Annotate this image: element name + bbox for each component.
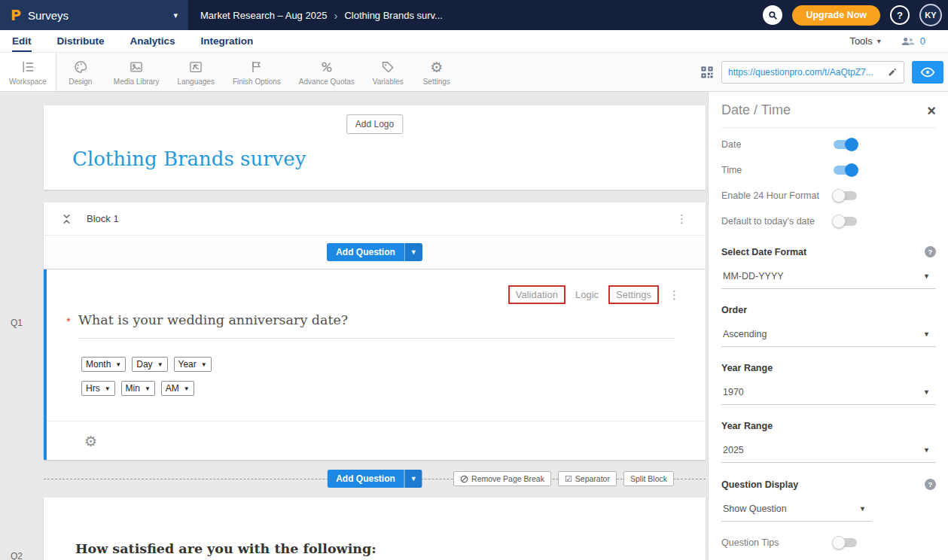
tab-integration[interactable]: Integration: [201, 30, 254, 52]
chevron-down-icon: ▼: [201, 361, 207, 368]
year-select-value: Year: [178, 359, 197, 370]
chevron-down-icon: ▾: [173, 11, 178, 20]
surveys-product-switcher[interactable]: P Surveys ▾: [0, 0, 188, 30]
chevron-down-icon: ▼: [184, 385, 190, 392]
tab-edit[interactable]: Edit: [12, 30, 32, 52]
time-toggle[interactable]: [834, 166, 857, 175]
default-today-toggle-row: Default to today's date: [721, 212, 936, 230]
year-select[interactable]: Year▼: [174, 357, 212, 372]
toolbar-item-media-library[interactable]: Media Library: [105, 53, 169, 91]
help-icon[interactable]: ?: [925, 246, 936, 257]
eye-icon: [920, 67, 935, 78]
24-hour-toggle[interactable]: [834, 191, 857, 200]
order-label: Order: [721, 305, 747, 315]
search-icon: [768, 11, 778, 20]
tab-distribute[interactable]: Distribute: [57, 30, 105, 52]
chevron-down-icon: ▾: [877, 37, 881, 45]
toggle-knob: [832, 189, 846, 202]
toolbar-item-finish-options[interactable]: Finish Options: [224, 53, 290, 91]
remove-page-break-icon: [460, 475, 468, 483]
avatar[interactable]: KY: [919, 4, 942, 26]
breadcrumb-current[interactable]: Clothing Brands surv...: [344, 10, 443, 21]
add-logo-button[interactable]: Add Logo: [346, 114, 403, 134]
upgrade-now-button[interactable]: Upgrade Now: [792, 5, 880, 26]
question-card-q1: Validation Logic Settings ⋮ * What is yo…: [44, 269, 706, 460]
survey-title[interactable]: Clothing Brands survey: [72, 148, 306, 170]
chevron-down-icon: ▼: [145, 385, 151, 392]
year-range-end-select[interactable]: 2025 ▼: [721, 437, 936, 463]
qr-code-icon[interactable]: [700, 65, 714, 79]
minutes-select[interactable]: Min▼: [121, 381, 155, 396]
tab-analytics[interactable]: Analytics: [130, 30, 175, 52]
toolbar-item-workspace[interactable]: Workspace: [0, 53, 56, 91]
year-range-start-label: Year Range: [721, 363, 773, 373]
date-format-select[interactable]: MM-DD-YYYY ▼: [721, 263, 936, 289]
day-select[interactable]: Day▼: [132, 357, 167, 372]
toolbar-item-variables[interactable]: Variables: [364, 53, 413, 91]
date-time-inputs: Month▼ Day▼ Year▼ Hrs▼ Min▼ AM▼: [81, 357, 706, 396]
question-text[interactable]: What is your wedding anniversary date?: [78, 312, 675, 339]
question-id-label: Q2: [11, 551, 23, 560]
toolbar-item-advance-quotas[interactable]: Advance Quotas: [290, 53, 364, 91]
question-display-select[interactable]: Show Question ▼: [721, 495, 872, 522]
year-range-start-select[interactable]: 1970 ▼: [721, 379, 936, 405]
question-tips-toggle[interactable]: [834, 538, 857, 547]
chevron-down-icon: ▼: [115, 361, 121, 368]
topbar-actions: Upgrade Now ? KY: [763, 4, 948, 26]
add-question-button[interactable]: Add Question ▼: [327, 470, 422, 488]
design-palette-icon: [73, 59, 88, 75]
day-select-value: Day: [136, 359, 152, 370]
split-block-button[interactable]: Split Block: [623, 471, 674, 486]
toolbar-item-settings[interactable]: ⚙ Settings: [413, 53, 461, 91]
month-select[interactable]: Month▼: [81, 357, 126, 372]
help-button[interactable]: ?: [890, 5, 910, 25]
collapse-block-icon[interactable]: [62, 214, 72, 224]
close-icon[interactable]: ×: [927, 103, 936, 118]
collaborators-button[interactable]: 0: [901, 35, 925, 47]
chevron-down-icon[interactable]: ▼: [404, 470, 422, 488]
chevron-down-icon[interactable]: ▼: [404, 243, 422, 261]
question-display-label: Question Display: [721, 479, 798, 490]
search-button[interactable]: [763, 5, 782, 25]
languages-icon: [188, 59, 203, 75]
nav-right: Tools ▾ 0: [849, 35, 948, 47]
quotas-percent-icon: [319, 59, 334, 75]
toolbar-item-design[interactable]: Design: [56, 53, 105, 91]
year-range-end-value: 2025: [723, 445, 744, 455]
toggle-knob: [845, 163, 858, 177]
add-question-button[interactable]: Add Question ▼: [327, 243, 422, 261]
preview-button[interactable]: [912, 61, 943, 84]
survey-url-field[interactable]: https://questionpro.com/t/AaQtpZ7...: [721, 61, 904, 84]
panel-title: Date / Time: [721, 102, 791, 118]
ampm-select[interactable]: AM▼: [161, 381, 194, 396]
24-hour-toggle-label: Enable 24 Hour Format: [721, 190, 819, 201]
order-select[interactable]: Ascending ▼: [721, 321, 936, 347]
question-text[interactable]: How satisfied are you with the following…: [75, 541, 376, 556]
chevron-down-icon: ▼: [923, 446, 930, 454]
question-settings-gear-icon[interactable]: ⚙: [84, 434, 97, 449]
date-selects-row: Month▼ Day▼ Year▼: [81, 357, 706, 372]
chevron-down-icon: ▼: [157, 361, 163, 368]
toolbar-item-languages[interactable]: Languages: [168, 53, 224, 91]
nav-tabs: Edit Distribute Analytics Integration: [12, 30, 253, 52]
chevron-down-icon: ▼: [923, 388, 930, 396]
breadcrumb-parent[interactable]: Market Research – Aug 2025: [200, 10, 327, 21]
date-toggle[interactable]: [834, 140, 857, 149]
separator-button[interactable]: ☑ Separator: [558, 471, 617, 486]
help-icon[interactable]: ?: [925, 479, 936, 490]
finish-flag-icon: [249, 59, 264, 75]
gear-icon: ⚙: [430, 59, 443, 75]
default-today-toggle[interactable]: [834, 217, 857, 226]
remove-page-break-button[interactable]: Remove Page Break: [453, 471, 551, 486]
date-toggle-label: Date: [721, 139, 741, 150]
survey-header-card: Add Logo Clothing Brands survey: [44, 105, 706, 190]
year-range-start-value: 1970: [723, 387, 744, 397]
question-text-area: What is your wedding anniversary date?: [47, 269, 706, 339]
block-title[interactable]: Block 1: [87, 213, 119, 224]
edit-url-pencil-icon[interactable]: [888, 67, 898, 77]
hours-select[interactable]: Hrs▼: [81, 381, 115, 396]
toolbar-item-label: Variables: [373, 78, 404, 86]
tools-menu[interactable]: Tools ▾: [849, 35, 880, 47]
block-menu-kebab-icon[interactable]: ⋮: [676, 213, 687, 224]
order-label-row: Order: [721, 305, 936, 315]
